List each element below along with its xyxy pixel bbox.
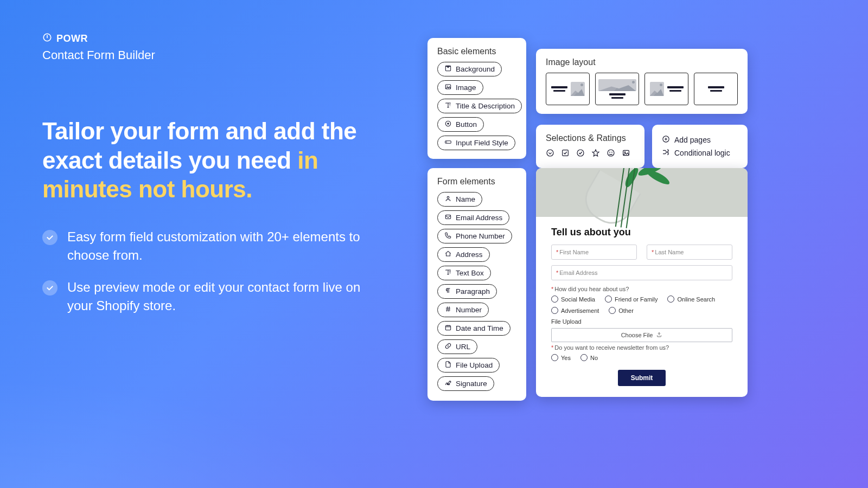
hear-option[interactable]: Online Search (667, 296, 715, 303)
add-pages-row[interactable]: Add pages (662, 133, 738, 146)
bullet-text: Use preview mode or edit your contact fo… (67, 278, 379, 314)
pill-label: Name (456, 195, 475, 203)
email-input[interactable]: *Email Address (551, 265, 732, 280)
file-icon (444, 361, 452, 370)
pill-label: Background (456, 65, 495, 73)
pill-label: Image (456, 84, 476, 92)
address-icon (444, 250, 452, 259)
svg-rect-6 (445, 141, 451, 144)
hear-option[interactable]: Social Media (551, 296, 595, 303)
form-element-paragraph[interactable]: Paragraph (437, 284, 497, 299)
form-element-url[interactable]: URL (437, 339, 477, 354)
submit-button[interactable]: Submit (618, 370, 666, 386)
title-icon: T (444, 101, 452, 111)
conditional-logic-row[interactable]: Conditional logic (662, 146, 738, 159)
svg-point-15 (610, 152, 610, 152)
form-elements-card: Form elements NameEmail AddressPhone Num… (427, 168, 526, 401)
dropdown-icon[interactable] (546, 149, 554, 159)
radio-icon (551, 354, 558, 361)
radio-label: Friend or Family (615, 296, 658, 303)
svg-rect-9 (445, 326, 450, 330)
file-upload-label: File Upload (551, 318, 732, 325)
check-icon (42, 230, 58, 245)
radio-icon (605, 296, 612, 303)
number-icon (444, 305, 452, 314)
pill-label: Input Field Style (456, 139, 508, 147)
form-element-phone[interactable]: Phone Number (437, 229, 512, 243)
svg-point-5 (447, 123, 449, 125)
svg-marker-13 (592, 150, 599, 156)
image-layout-card: Image layout (536, 49, 748, 114)
brand: POWR (42, 33, 379, 45)
choose-file-button[interactable]: Choose File (551, 328, 732, 342)
basic-element-inputstyle[interactable]: Input Field Style (437, 136, 515, 150)
svg-point-14 (608, 150, 614, 156)
brand-name: POWR (56, 33, 88, 44)
headline: Tailor your form and add the exact detai… (42, 117, 379, 204)
product-subtitle: Contact Form Builder (42, 48, 379, 62)
form-element-number[interactable]: Number (437, 303, 489, 317)
svg-point-2 (446, 86, 448, 87)
radio-label: Online Search (677, 296, 715, 303)
layout-option-right-image[interactable] (644, 73, 688, 105)
form-element-textbox[interactable]: Text Box (437, 266, 491, 280)
radio-label: Other (618, 307, 634, 314)
form-element-signature[interactable]: Signature (437, 376, 494, 391)
image-icon (444, 83, 452, 92)
svg-text:T: T (449, 104, 451, 107)
basic-element-image[interactable]: Image (437, 80, 483, 95)
inputstyle-icon (444, 138, 452, 147)
form-elements-title: Form elements (437, 177, 516, 187)
first-name-input[interactable]: *First Name (551, 245, 637, 260)
preview-title: Tell us about you (551, 227, 732, 238)
newsletter-option[interactable]: No (580, 354, 598, 361)
pill-label: Number (456, 306, 482, 314)
form-element-file[interactable]: File Upload (437, 358, 500, 373)
upload-icon (656, 331, 662, 339)
layout-option-left-image[interactable] (546, 73, 590, 105)
checkbox-icon[interactable] (561, 149, 570, 159)
svg-point-16 (612, 152, 612, 152)
star-icon[interactable] (591, 149, 600, 159)
newsletter-option[interactable]: Yes (551, 354, 571, 361)
form-element-datetime[interactable]: Date and Time (437, 321, 510, 336)
svg-rect-11 (563, 150, 569, 156)
basic-element-button[interactable]: Button (437, 117, 484, 132)
selections-ratings-card: Selections & Ratings (536, 125, 644, 168)
emoji-icon[interactable] (607, 149, 615, 159)
form-element-email[interactable]: Email Address (437, 210, 509, 225)
radio-icon (551, 307, 558, 314)
hear-option[interactable]: Advertisement (551, 307, 599, 314)
bullet-item: Use preview mode or edit your contact fo… (42, 278, 379, 314)
radio-label: No (590, 355, 598, 361)
hear-option[interactable]: Friend or Family (605, 296, 658, 303)
hear-about-label: *How did you hear about us? (551, 286, 732, 292)
radio-icon (609, 307, 616, 314)
layout-option-no-image[interactable] (694, 73, 738, 105)
form-element-address[interactable]: Address (437, 247, 490, 262)
pill-label: Signature (456, 380, 487, 388)
svg-rect-8 (445, 215, 450, 219)
svg-point-7 (447, 196, 449, 198)
bullet-text: Easy form field customization with 20+ e… (67, 228, 379, 264)
last-name-input[interactable]: *Last Name (647, 245, 732, 260)
preview-hero-image (536, 168, 748, 217)
radio-check-icon[interactable] (576, 149, 585, 159)
check-icon (42, 280, 58, 296)
hear-option[interactable]: Other (609, 307, 634, 314)
basic-elements-card: Basic elements BackgroundImageTTitle & D… (427, 38, 526, 159)
radio-icon (667, 296, 674, 303)
phone-icon (444, 232, 452, 241)
pill-label: Email Address (456, 214, 502, 222)
brand-logo-icon (42, 33, 52, 45)
datetime-icon (444, 324, 452, 333)
plus-circle-icon (662, 135, 670, 145)
basic-element-background[interactable]: Background (437, 62, 502, 76)
basic-element-title[interactable]: TTitle & Description (437, 99, 522, 113)
layout-option-top-image[interactable] (595, 73, 639, 105)
image-choice-icon[interactable] (622, 149, 630, 159)
background-icon (444, 65, 452, 74)
bullet-item: Easy form field customization with 20+ e… (42, 228, 379, 264)
button-icon (444, 120, 452, 129)
form-element-name[interactable]: Name (437, 192, 482, 207)
